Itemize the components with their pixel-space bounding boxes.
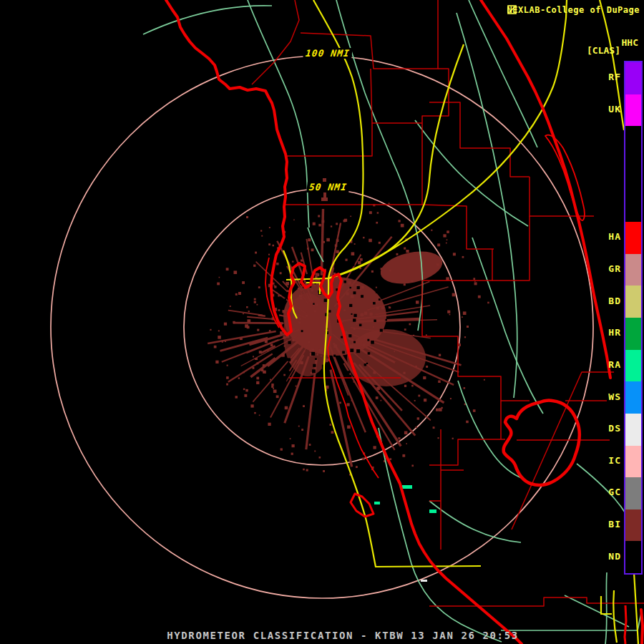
legend-label-DS: DS — [608, 423, 621, 434]
legend-swatch-DS — [625, 414, 641, 446]
legend-label-HA: HA — [608, 231, 621, 242]
legend-swatch-gap — [625, 190, 641, 223]
legend-label-WS: WS — [608, 391, 621, 401]
legend-label-GR: GR — [608, 263, 621, 274]
status-bar: HYDROMETEOR CLASSIFICATION - KTBW 13 JAN… — [0, 630, 644, 641]
legend-label-RF: RF — [608, 72, 621, 82]
product-subcode: [CLAS] — [587, 45, 620, 56]
legend-labels: RFUKHAGRBDHRRAWSDSICGCBIND — [591, 61, 621, 572]
legend-color-bar — [624, 61, 643, 575]
legend-swatch-gap — [625, 158, 641, 190]
rivers — [143, 0, 641, 644]
product-code: HHC — [622, 37, 638, 48]
legend-swatch-RA — [625, 350, 641, 382]
legend-swatch-HA — [625, 222, 641, 254]
legend-swatch-gap — [625, 126, 641, 158]
legend-swatch-IC — [625, 446, 641, 478]
legend-swatch-GR — [625, 254, 641, 286]
cod-logo-icon — [507, 5, 517, 14]
range-ring-label-100nmi: 100 NMI — [303, 48, 352, 59]
legend-label-ND: ND — [608, 550, 621, 561]
lake-okeechobee — [504, 401, 580, 485]
legend-label-RA: RA — [608, 358, 621, 369]
legend-label-IC: IC — [608, 454, 621, 465]
legend-label-HR: HR — [608, 327, 621, 338]
range-ring-label-50nmi: 50 NMI — [306, 182, 350, 192]
radar-display: NEXLAB-College of DuPage HHC [CLAS] 100 … — [0, 0, 644, 644]
legend-swatch-HR — [625, 318, 641, 350]
legend-label-UK: UK — [608, 103, 621, 114]
legend-label-BD: BD — [608, 295, 621, 306]
source-credit: NEXLAB-College of DuPage — [507, 5, 640, 15]
legend-swatch-BI — [625, 509, 641, 542]
status-bar-text: HYDROMETEOR CLASSIFICATION - KTBW 13 JAN… — [167, 630, 518, 641]
legend-label-GC: GC — [608, 487, 621, 497]
radar-map — [0, 0, 644, 644]
legend-swatch-GC — [625, 477, 641, 509]
legend-swatch-RF — [625, 62, 641, 94]
legend-swatch-WS — [625, 381, 641, 414]
legend-swatch-BD — [625, 286, 641, 318]
radar-echo — [208, 178, 489, 582]
legend-label-BI: BI — [608, 519, 621, 530]
legend-swatch-ND — [625, 541, 641, 573]
legend-swatch-UK — [625, 94, 641, 127]
source-credit-text: NEXLAB-College of DuPage — [507, 5, 640, 15]
